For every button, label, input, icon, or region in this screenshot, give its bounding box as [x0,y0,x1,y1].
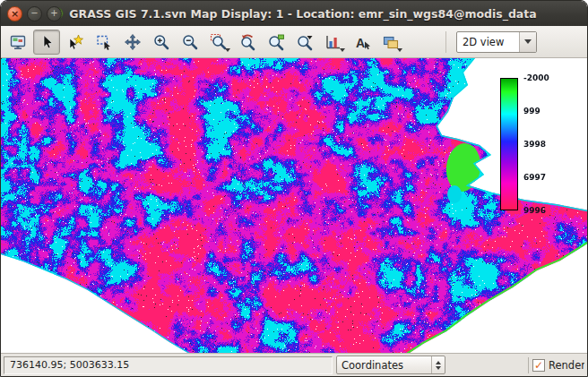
select-features-button[interactable] [91,30,117,55]
add-text-button[interactable]: A [349,30,376,55]
legend-colorbar [500,78,518,210]
legend-tick: 9996 [523,206,546,215]
statusbar: 736140.95; 5003633.15 Coordinates ✓ Rend… [1,353,587,376]
zoom-out-button[interactable] [177,30,203,55]
map-display-area: -2000 999 3998 6997 9996 [1,58,587,353]
statusbar-mode-value: Coordinates [337,359,431,372]
coordinates-display: 736140.95; 5003633.15 [4,356,333,374]
monitor-icon [9,33,27,51]
zoom-in-button[interactable] [148,30,175,55]
render-checkbox[interactable]: ✓ [532,359,545,372]
toolbar-separator [445,31,446,53]
legend-tick: 999 [523,107,540,116]
render-control: ✓ Render [532,359,584,372]
pan-arrows-icon [124,33,142,51]
query-star-icon [66,33,84,51]
close-button[interactable]: × [7,6,22,21]
render-display-button[interactable] [4,30,31,55]
zoom-to-map-button[interactable] [263,30,290,55]
map-display-window: × − + GRASS GIS 7.1.svn Map Display: 1 -… [0,0,588,377]
zoom-extent-button[interactable] [205,30,232,55]
spinner-arrows-icon [431,356,445,373]
magnifier-menu-icon [296,33,314,51]
chevron-down-icon [225,48,230,52]
zoom-back-button[interactable] [234,30,261,55]
minimize-button[interactable]: − [27,6,42,21]
cursor-icon [38,33,56,51]
analyze-button[interactable] [320,30,347,55]
view-mode-dropdown-button[interactable] [519,32,536,52]
selection-rect-icon [95,33,113,51]
legend-tick: 3998 [523,140,546,149]
chevron-down-icon [524,39,532,44]
magnifier-plus-icon [152,33,170,51]
chevron-down-icon [340,48,345,52]
map-canvas[interactable] [1,58,587,353]
map-toolbar: A 2D view [1,26,587,58]
magnifier-undo-icon [238,33,256,51]
view-mode-combo[interactable]: 2D view [456,31,537,53]
maximize-button[interactable]: + [47,6,62,21]
map-legend[interactable]: -2000 999 3998 6997 9996 [500,76,586,221]
legend-tick: 6997 [523,173,546,182]
pan-tool-button[interactable] [119,30,146,55]
render-label: Render [549,359,584,372]
pointer-tool-button[interactable] [33,30,60,55]
text-a-icon: A [353,33,371,51]
legend-tick: -2000 [523,73,549,82]
titlebar[interactable]: × − + GRASS GIS 7.1.svn Map Display: 1 -… [1,1,587,26]
query-tool-button[interactable] [62,30,89,55]
coordinates-value: 736140.95; 5003633.15 [10,359,129,371]
zoom-menu-button[interactable] [291,30,318,55]
magnifier-minus-icon [181,33,199,51]
add-overlays-button[interactable] [377,30,404,55]
statusbar-spacer [449,356,524,374]
chevron-down-icon [397,48,402,52]
magnifier-map-icon [267,33,285,51]
statusbar-mode-combo[interactable]: Coordinates [336,356,445,374]
svg-text:A: A [356,35,365,49]
window-title: GRASS GIS 7.1.svn Map Display: 1 - Locat… [69,7,536,21]
view-mode-value: 2D view [457,32,519,52]
statusbar-separator [528,357,529,373]
